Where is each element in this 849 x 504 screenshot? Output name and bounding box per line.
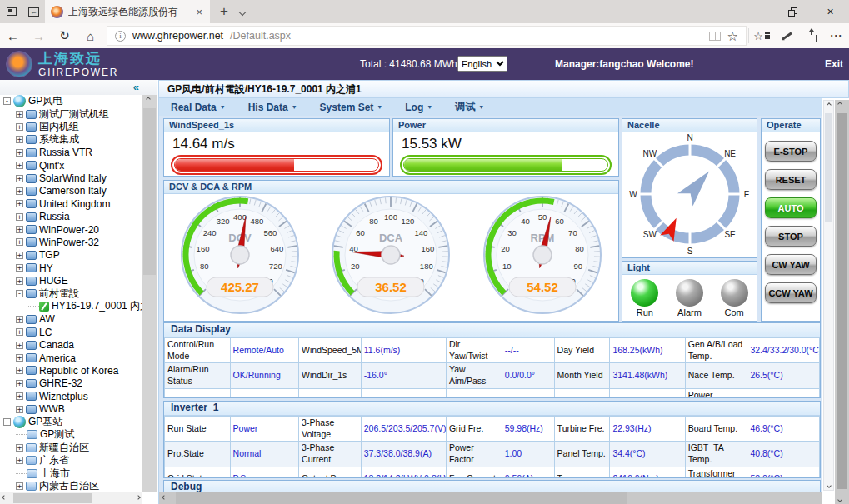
tree-item[interactable]: +HY: [0, 262, 142, 274]
tab-preview-icon[interactable]: [0, 0, 22, 23]
tree-expander-icon[interactable]: +: [16, 367, 23, 374]
tree-expander-icon[interactable]: +: [16, 277, 23, 285]
restore-button[interactable]: [774, 0, 812, 23]
more-menu-icon[interactable]: ···: [824, 23, 849, 48]
tree-expander-icon[interactable]: +: [16, 328, 23, 336]
e-stop-button[interactable]: E-STOP: [765, 141, 817, 162]
tab-close-icon[interactable]: ×: [194, 6, 204, 18]
tab-list-dropdown-icon[interactable]: [240, 6, 245, 17]
tree-expander-icon[interactable]: +: [16, 200, 23, 207]
tree-item[interactable]: HY16-19.7_0001 内之: [0, 300, 142, 312]
tree-expander-icon[interactable]: +: [16, 406, 23, 413]
tree-expander-icon[interactable]: +: [16, 342, 23, 349]
tree-item[interactable]: 上海市: [0, 467, 142, 479]
tree-expander-icon[interactable]: -: [3, 97, 11, 105]
ccw-yaw-button[interactable]: CCW YAW: [765, 282, 817, 303]
favorite-star-icon[interactable]: ☆: [727, 30, 738, 42]
menu-item-real-data[interactable]: Real Data▼: [171, 102, 226, 113]
auto-button[interactable]: AUTO: [765, 197, 817, 218]
menu-item-log[interactable]: Log▼: [405, 102, 432, 113]
tree-item[interactable]: GP测试: [0, 428, 142, 441]
tree-item[interactable]: -GP风电: [0, 95, 142, 107]
page-vertical-scrollbar[interactable]: [835, 100, 849, 504]
svg-text:120: 120: [402, 217, 415, 226]
menu-item-system-set[interactable]: System Set▼: [320, 102, 383, 113]
new-tab-button[interactable]: +: [220, 3, 228, 20]
menu-item-[interactable]: 调试▼: [455, 100, 484, 114]
tree-item[interactable]: +国内机组: [0, 121, 142, 133]
tree-item[interactable]: +Canada: [0, 338, 142, 351]
language-select[interactable]: English: [457, 56, 507, 72]
back-icon[interactable]: ←: [0, 29, 26, 43]
main-horizontal-scrollbar[interactable]: [159, 492, 822, 504]
address-bar[interactable]: i www.ghrepower.net/Default.aspx ☆: [107, 26, 747, 46]
tree-expander-icon[interactable]: +: [16, 444, 23, 452]
stop-button[interactable]: STOP: [765, 226, 817, 247]
close-button[interactable]: ×: [812, 0, 849, 23]
minimize-button[interactable]: [737, 0, 774, 23]
tree-item[interactable]: +LC: [0, 326, 142, 338]
tree-expander-icon[interactable]: +: [16, 316, 23, 323]
tree-item[interactable]: +Camerson Italy: [0, 185, 142, 197]
refresh-icon[interactable]: ↻: [52, 28, 77, 43]
tree-expander-icon[interactable]: +: [16, 162, 23, 169]
tree-item[interactable]: +TGP: [0, 249, 142, 262]
tree-item[interactable]: +WWB: [0, 402, 142, 415]
reset-button[interactable]: RESET: [765, 169, 817, 190]
tree-item[interactable]: +广东省: [0, 454, 142, 467]
tree-expander-icon[interactable]: +: [16, 238, 23, 246]
tree-item[interactable]: +AW: [0, 313, 142, 326]
tree-item[interactable]: +Wiznetplus: [0, 390, 142, 402]
tree-item[interactable]: +Republic of Korea: [0, 364, 142, 377]
cell-label: Fan Current: [446, 467, 502, 478]
tree-expander-icon[interactable]: +: [16, 380, 23, 387]
forward-icon[interactable]: →: [26, 29, 52, 43]
tree-item[interactable]: +United Kingdom: [0, 197, 142, 210]
info-icon[interactable]: i: [115, 31, 126, 42]
tree-expander-icon[interactable]: +: [16, 482, 23, 490]
tree-expander-icon[interactable]: +: [16, 136, 23, 143]
tree-expander-icon[interactable]: +: [16, 175, 23, 182]
exit-link[interactable]: Exit: [825, 58, 843, 70]
sidebar-collapse-icon[interactable]: «: [133, 81, 139, 93]
tree-expander-icon[interactable]: +: [16, 354, 23, 362]
tree-expander-icon[interactable]: -: [16, 290, 23, 297]
browser-tab[interactable]: 上海致远绿色能源股份有 ×: [45, 0, 210, 23]
tree-expander-icon[interactable]: +: [16, 149, 23, 157]
tree-item[interactable]: +Qint'x: [0, 159, 142, 172]
tree-item[interactable]: +Russia: [0, 211, 142, 223]
tree-item[interactable]: +新疆自治区: [0, 442, 142, 454]
tree-expander-icon[interactable]: +: [16, 252, 23, 259]
tree-item[interactable]: +系统集成: [0, 133, 142, 146]
tree-expander-icon[interactable]: +: [16, 187, 23, 195]
tree-item[interactable]: -GP基站: [0, 416, 142, 428]
tree-expander-icon[interactable]: +: [16, 123, 23, 131]
tree-item[interactable]: +America: [0, 352, 142, 364]
tree-expander-icon[interactable]: +: [16, 111, 23, 118]
tree-item[interactable]: +GHRE-32: [0, 377, 142, 390]
tree-expander-icon[interactable]: +: [16, 226, 23, 233]
tree-item[interactable]: +内蒙古自治区: [0, 480, 142, 492]
tree-item[interactable]: +WinPower-20: [0, 223, 142, 236]
tree-expander-icon[interactable]: +: [16, 457, 23, 464]
tree-expander-icon[interactable]: +: [16, 213, 23, 221]
home-icon[interactable]: ⌂: [77, 29, 103, 43]
tree-item[interactable]: +HUGE: [0, 274, 142, 287]
annotate-pen-icon[interactable]: [774, 23, 799, 48]
menu-item-his-data[interactable]: His Data▼: [248, 102, 297, 113]
tree-expander-icon[interactable]: +: [16, 392, 23, 400]
tree-item[interactable]: +SolarWind Italy: [0, 172, 142, 184]
tree-item[interactable]: +Russia VTR: [0, 147, 142, 159]
sidebar-horizontal-scrollbar[interactable]: [0, 492, 142, 504]
inner-vertical-scrollbar[interactable]: [823, 100, 834, 491]
tree-item[interactable]: +WinPower-32: [0, 236, 142, 248]
cw-yaw-button[interactable]: CW YAW: [765, 254, 817, 275]
sidebar-vertical-scrollbar[interactable]: [142, 95, 157, 492]
favorites-list-icon[interactable]: ☆: [749, 23, 774, 48]
tree-expander-icon[interactable]: -: [3, 418, 11, 426]
tree-item[interactable]: -前村電設: [0, 287, 142, 300]
share-icon[interactable]: [799, 23, 824, 48]
set-tabs-aside-icon[interactable]: ←: [22, 0, 45, 23]
tree-item[interactable]: +测试厂测试机组: [0, 107, 142, 120]
tree-expander-icon[interactable]: +: [16, 264, 23, 272]
